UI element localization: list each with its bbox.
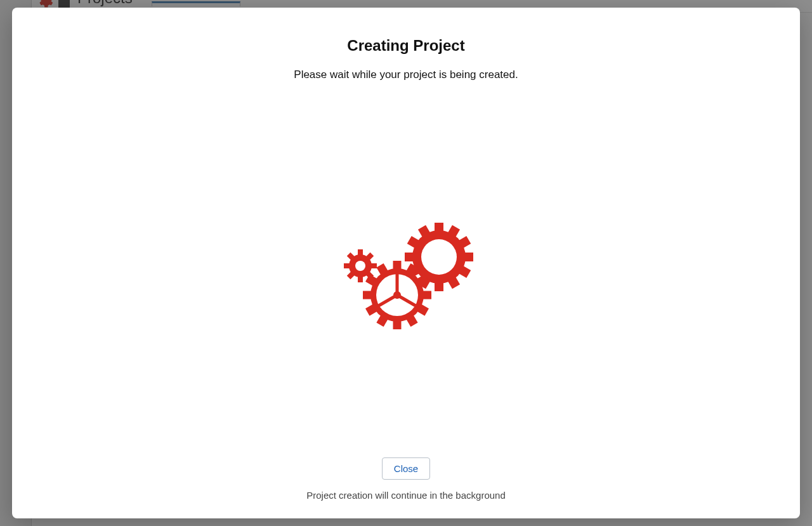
svg-rect-13 — [405, 253, 415, 261]
close-button[interactable]: Close — [382, 457, 430, 480]
modal-subtitle: Please wait while your project is being … — [37, 69, 775, 81]
svg-rect-27 — [363, 291, 373, 299]
svg-point-23 — [421, 239, 457, 275]
svg-rect-4 — [370, 263, 377, 268]
svg-rect-11 — [435, 223, 443, 233]
svg-rect-3 — [344, 263, 350, 268]
creating-project-modal: Creating Project Please wait while your … — [12, 8, 800, 518]
svg-rect-1 — [358, 249, 363, 256]
svg-rect-12 — [435, 281, 443, 291]
gears-icon — [337, 221, 475, 331]
svg-rect-28 — [421, 291, 431, 299]
modal-footer: Close Project creation will continue in … — [37, 457, 775, 501]
modal-footer-note: Project creation will continue in the ba… — [306, 490, 506, 501]
svg-rect-25 — [393, 261, 402, 271]
loading-spinner — [37, 94, 775, 457]
svg-rect-2 — [358, 276, 363, 282]
svg-rect-14 — [463, 253, 473, 261]
svg-point-9 — [355, 261, 365, 271]
svg-point-41 — [393, 291, 401, 299]
modal-title: Creating Project — [37, 37, 775, 55]
svg-rect-26 — [393, 319, 402, 329]
